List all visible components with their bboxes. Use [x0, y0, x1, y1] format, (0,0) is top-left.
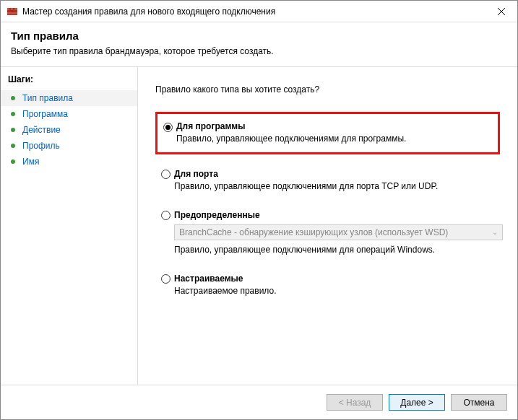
wizard-content: Правило какого типа вы хотите создать? Д…	[138, 67, 517, 385]
steps-sidebar: Шаги: Тип правила Программа Действие Про…	[1, 67, 138, 385]
radio-program[interactable]	[163, 123, 173, 132]
step-label: Действие	[22, 125, 61, 135]
step-rule-type[interactable]: Тип правила	[1, 90, 137, 106]
option-port[interactable]: Для порта Правило, управляющее подключен…	[155, 165, 500, 196]
radio-port[interactable]	[161, 170, 170, 179]
step-bullet-icon	[11, 96, 15, 100]
step-label: Тип правила	[22, 93, 73, 103]
option-description: Правило, управляющее подключениями для п…	[176, 134, 492, 144]
wizard-window: Мастер создания правила для нового входя…	[0, 0, 518, 420]
svg-rect-2	[7, 12, 17, 14]
option-description: Настраиваемое правило.	[174, 286, 494, 296]
step-name[interactable]: Имя	[1, 154, 137, 170]
step-label: Профиль	[22, 141, 60, 151]
option-predefined[interactable]: Предопределенные BranchCache - обнаружен…	[155, 206, 500, 259]
step-bullet-icon	[11, 144, 15, 148]
firewall-icon	[7, 6, 18, 17]
radio-predefined[interactable]	[161, 211, 170, 220]
dropdown-value: BranchCache - обнаружение кэширующих узл…	[179, 227, 448, 237]
next-button[interactable]: Далее >	[389, 394, 445, 411]
svg-rect-1	[7, 8, 17, 10]
page-title: Тип правила	[11, 30, 507, 42]
chevron-down-icon: ⌄	[492, 228, 498, 236]
option-label: Настраиваемые	[174, 274, 494, 284]
option-program[interactable]: Для программы Правило, управляющее подкл…	[155, 112, 500, 154]
option-custom[interactable]: Настраиваемые Настраиваемое правило.	[155, 269, 500, 300]
wizard-body: Шаги: Тип правила Программа Действие Про…	[1, 67, 517, 385]
step-action[interactable]: Действие	[1, 122, 137, 138]
radio-custom[interactable]	[161, 274, 170, 284]
option-label: Для порта	[174, 169, 494, 179]
option-label: Для программы	[176, 121, 492, 131]
page-description: Выберите тип правила брандмауэра, которо…	[11, 46, 507, 56]
step-bullet-icon	[11, 159, 15, 164]
close-button[interactable]	[485, 1, 517, 22]
step-program[interactable]: Программа	[1, 106, 137, 122]
cancel-button[interactable]: Отмена	[451, 394, 507, 411]
step-label: Программа	[22, 109, 68, 119]
rule-type-question: Правило какого типа вы хотите создать?	[155, 84, 500, 95]
wizard-footer: < Назад Далее > Отмена	[1, 385, 517, 419]
window-title: Мастер создания правила для нового входя…	[22, 6, 485, 17]
steps-heading: Шаги:	[1, 71, 137, 90]
predefined-dropdown[interactable]: BranchCache - обнаружение кэширующих узл…	[174, 224, 503, 240]
step-profile[interactable]: Профиль	[1, 138, 137, 154]
option-description: Правило, управляющее подключениями для п…	[174, 181, 494, 191]
titlebar: Мастер создания правила для нового входя…	[1, 1, 517, 22]
wizard-header: Тип правила Выберите тип правила брандма…	[1, 22, 517, 67]
step-bullet-icon	[11, 112, 15, 116]
step-label: Имя	[22, 157, 39, 167]
option-label: Предопределенные	[174, 210, 503, 220]
option-description: Правило, управляющее подключениями для о…	[174, 245, 503, 255]
step-bullet-icon	[11, 128, 15, 132]
back-button: < Назад	[327, 394, 383, 411]
